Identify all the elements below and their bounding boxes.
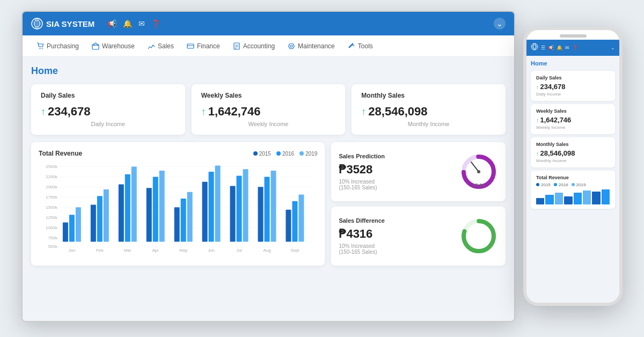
svg-rect-59	[298, 194, 304, 241]
topbar-chevron[interactable]: ⌄	[494, 18, 506, 30]
mobile-weekly-title: Weekly Sales	[536, 108, 610, 114]
menu-sales[interactable]: Sales	[142, 39, 179, 53]
mobile-weekly-value: ↑ 1,642,746	[536, 116, 610, 124]
svg-rect-49	[209, 172, 214, 242]
prediction-sub2: (150-165 Sales)	[339, 185, 453, 191]
menu-maintenance[interactable]: Maintenance	[282, 39, 340, 53]
cart-icon	[36, 42, 44, 50]
mobile-monthly-value: ↑ 28,546,098	[536, 149, 610, 157]
svg-point-13	[289, 43, 294, 49]
svg-rect-33	[63, 223, 68, 242]
daily-arrow-up: ↑	[41, 106, 46, 118]
mobile-help-icon[interactable]: ❓	[572, 45, 578, 50]
svg-rect-43	[153, 177, 158, 241]
svg-text:1750k: 1750k	[46, 195, 57, 200]
svg-text:Feb: Feb	[96, 248, 104, 253]
svg-rect-40	[125, 174, 130, 242]
mobile-daily-card: Daily Sales ↑ 234,678 Daily Income	[531, 71, 615, 101]
svg-point-75	[531, 43, 538, 50]
mobile-bar-1b	[545, 195, 553, 204]
svg-text:Sept: Sept	[290, 248, 299, 253]
svg-point-4	[40, 48, 41, 49]
menu-tools[interactable]: Tools	[342, 39, 378, 53]
menu-accounting[interactable]: Accounting	[228, 39, 280, 53]
main-content: Home Daily Sales ↑ 234,678 Daily Income …	[23, 57, 514, 321]
daily-sales-title: Daily Sales	[41, 92, 175, 99]
monthly-sales-value: ↑ 28,546,098	[361, 105, 496, 119]
mobile-daily-title: Daily Sales	[536, 75, 610, 80]
maintenance-icon	[288, 42, 295, 50]
svg-rect-39	[119, 185, 124, 242]
daily-sales-label: Daily Income	[41, 121, 175, 127]
difference-sub1: 10% Increased	[339, 243, 453, 249]
svg-rect-50	[215, 166, 221, 242]
mobile-chart-title: Total Revenue	[536, 175, 610, 180]
scene: SIA SYSTEM 📢 🔔 ✉ ❓ ⌄ Purchasing	[0, 0, 644, 337]
mobile-chevron-icon[interactable]: ⌄	[611, 45, 615, 50]
mobile-monthly-card: Monthly Sales ↑ 28,546,098 Monthly Incom…	[531, 137, 615, 167]
mobile-announce-icon[interactable]: 📢	[548, 45, 554, 50]
svg-rect-47	[187, 192, 193, 242]
mail-icon[interactable]: ✉	[138, 19, 145, 28]
bell-icon[interactable]: 🔔	[123, 19, 132, 28]
difference-sub2: (150-165 Sales)	[339, 249, 453, 255]
svg-point-14	[290, 45, 292, 47]
mobile-chart-card: Total Revenue 2015 2016 2019	[531, 171, 615, 209]
monthly-sales-title: Monthly Sales	[361, 92, 496, 99]
donut-container	[459, 217, 498, 255]
menu-finance[interactable]: Finance	[181, 39, 225, 53]
menu-warehouse[interactable]: Warehouse	[86, 39, 140, 53]
gauge-label: 10.13	[473, 182, 485, 188]
svg-text:Mar: Mar	[124, 248, 131, 253]
mobile-monthly-arrow: ↑	[536, 150, 539, 157]
svg-text:2000k: 2000k	[46, 185, 57, 189]
svg-rect-54	[258, 187, 264, 241]
mobile-menu-icon[interactable]: ☰	[541, 45, 545, 50]
mobile-bar-2c	[583, 191, 591, 204]
donut-chart	[459, 217, 498, 255]
difference-info: Sales Difference ₱4316 10% Increased (15…	[339, 217, 453, 255]
mobile-daily-arrow: ↑	[536, 84, 539, 90]
topbar-logo: SIA SYSTEM	[31, 18, 94, 30]
legend-2019: 2019	[299, 151, 317, 157]
weekly-sales-card: Weekly Sales ↑ 1,642,746 Weekly Income	[192, 84, 346, 135]
tools-icon	[348, 42, 355, 50]
svg-rect-52	[237, 175, 242, 241]
purchasing-label: Purchasing	[47, 42, 79, 50]
announcement-icon[interactable]: 📢	[107, 19, 116, 28]
daily-sales-card: Daily Sales ↑ 234,678 Daily Income	[31, 84, 185, 135]
mobile-legend-2016: 2016	[554, 182, 568, 187]
chart-card: Total Revenue 2015 2016 2019	[31, 142, 325, 266]
svg-line-71	[471, 162, 479, 172]
svg-text:2500k: 2500k	[46, 164, 57, 169]
mobile-bell-icon[interactable]: 🔔	[557, 45, 562, 50]
weekly-arrow-up: ↑	[201, 106, 206, 118]
mobile-bar-3a	[592, 192, 600, 204]
svg-text:1500k: 1500k	[46, 205, 57, 210]
monthly-arrow-up: ↑	[361, 106, 366, 118]
mobile-weekly-label: Weekly Income	[536, 125, 610, 130]
svg-rect-6	[92, 45, 99, 49]
svg-rect-51	[230, 186, 236, 241]
weekly-sales-title: Weekly Sales	[201, 92, 336, 99]
help-icon[interactable]: ❓	[151, 19, 160, 28]
gauge-container: 10.13	[459, 152, 498, 191]
finance-icon	[187, 42, 194, 50]
legend-2016: 2016	[276, 151, 294, 157]
topbar: SIA SYSTEM 📢 🔔 ✉ ❓ ⌄	[23, 12, 514, 35]
difference-value: ₱4316	[339, 227, 453, 241]
svg-rect-48	[202, 182, 208, 242]
mobile-mail-icon[interactable]: ✉	[565, 45, 569, 50]
monthly-sales-card: Monthly Sales ↑ 28,546,098 Monthly Incom…	[352, 84, 506, 135]
mobile-chart-bars	[536, 189, 610, 204]
svg-text:1250k: 1250k	[46, 215, 57, 220]
svg-text:1000k: 1000k	[46, 225, 57, 230]
svg-rect-44	[159, 171, 165, 241]
mobile-topbar: ☰ 📢 🔔 ✉ ❓ ⌄	[526, 40, 619, 56]
maintenance-label: Maintenance	[298, 42, 335, 50]
svg-point-5	[42, 48, 43, 49]
topbar-icons: 📢 🔔 ✉ ❓	[107, 19, 160, 28]
sales-icon	[148, 42, 155, 50]
menu-purchasing[interactable]: Purchasing	[31, 39, 84, 53]
svg-text:Aug: Aug	[263, 248, 270, 253]
